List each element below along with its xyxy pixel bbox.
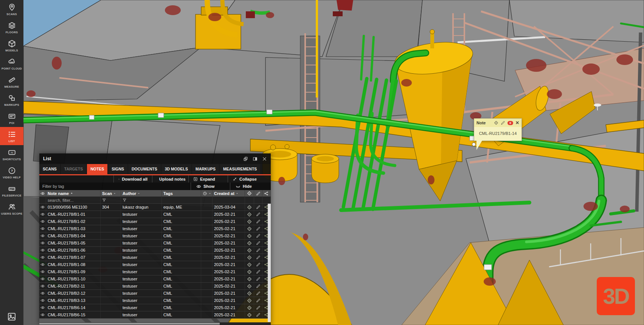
sidebar-item-markups[interactable]: MARKUPS: [0, 91, 23, 109]
locate-target-icon[interactable]: [247, 241, 252, 246]
eye-icon[interactable]: [40, 248, 45, 252]
sidebar-item-users-scope[interactable]: USERS SCOPE: [0, 200, 23, 218]
eye-icon[interactable]: [40, 269, 45, 274]
locate-target-icon[interactable]: [247, 219, 252, 224]
locate-target-icon[interactable]: [247, 262, 252, 267]
eye-icon[interactable]: [40, 226, 45, 231]
edit-pencil-icon[interactable]: [501, 121, 505, 125]
locate-target-icon[interactable]: [247, 226, 252, 231]
hide-button[interactable]: Hide: [230, 183, 271, 190]
table-row[interactable]: CML-RU2178/B1-10 testuser CML 2025-02-21: [39, 275, 271, 283]
scrollbar-thumb[interactable]: [39, 323, 220, 325]
edit-pencil-icon[interactable]: [256, 255, 261, 260]
eye-icon[interactable]: [40, 219, 45, 224]
tab-targets[interactable]: TARGETS: [61, 164, 86, 174]
locate-target-icon[interactable]: [247, 248, 252, 253]
eye-icon[interactable]: [40, 313, 45, 317]
sidebar-item-point-cloud[interactable]: POINT CLOUD: [0, 54, 23, 73]
column-created-at[interactable]: Created at: [213, 190, 245, 197]
table-row[interactable]: CML-RU2178/B1-06 testuser CML 2025-02-21: [39, 247, 271, 254]
sidebar-item-scans[interactable]: SCANS: [0, 0, 23, 18]
table-row[interactable]: 013/000/056 ME1100 304 lukasz dragun equ…: [39, 204, 271, 211]
tag-filter-input[interactable]: [39, 183, 191, 190]
close-icon[interactable]: [262, 156, 267, 161]
edit-pencil-icon[interactable]: [256, 241, 261, 245]
edit-pencil-icon[interactable]: [256, 262, 261, 267]
filter-funnel-icon[interactable]: [123, 198, 127, 202]
sidebar-item-fileservice[interactable]: FILESERVICE: [0, 181, 23, 200]
edit-pencil-icon[interactable]: [256, 205, 261, 209]
download-all-button[interactable]: Download all: [113, 175, 152, 183]
locate-target-icon[interactable]: [247, 313, 252, 317]
table-row[interactable]: CML-RU2178/B1-07 testuser CML 2025-02-21: [39, 254, 271, 261]
eye-icon[interactable]: [40, 234, 45, 238]
table-row[interactable]: CML-RU2178/B6-14 testuser CML 2025-02-21: [39, 304, 271, 311]
eye-icon[interactable]: [40, 205, 45, 209]
eye-icon[interactable]: [40, 284, 45, 288]
tab-markups[interactable]: MARKUPS: [192, 164, 219, 174]
table-row[interactable]: CML-RU2178/B1-01 testuser CML 2025-02-21: [39, 211, 271, 218]
search-input[interactable]: [48, 198, 99, 203]
show-button[interactable]: Show: [191, 183, 230, 190]
table-row[interactable]: CML-RU2178/B1-04 testuser CML 2025-02-21: [39, 232, 271, 240]
locate-target-icon[interactable]: [247, 269, 252, 274]
collapse-button[interactable]: Collapse: [228, 175, 271, 183]
sidebar-item-floors[interactable]: FLOORS: [0, 18, 23, 36]
table-row[interactable]: CML-RU2178/B1-09 testuser CML 2025-02-21: [39, 268, 271, 275]
upload-notes-button[interactable]: Upload notes: [152, 175, 188, 183]
locate-target-icon[interactable]: [247, 205, 252, 210]
vertical-scrollbar[interactable]: [268, 204, 271, 322]
locate-target-icon[interactable]: [247, 212, 252, 217]
column-visibility[interactable]: [39, 190, 46, 197]
edit-pencil-icon[interactable]: [256, 284, 261, 288]
edit-pencil-icon[interactable]: [256, 291, 261, 296]
eye-icon[interactable]: [40, 255, 45, 260]
edit-pencil-icon[interactable]: [256, 298, 261, 303]
eye-icon[interactable]: [40, 212, 45, 217]
edit-pencil-icon[interactable]: [256, 226, 261, 231]
note-attachment-badge[interactable]: 0: [507, 121, 513, 125]
horizontal-scrollbar[interactable]: [39, 322, 271, 325]
edit-pencil-icon[interactable]: [256, 219, 261, 224]
expand-button[interactable]: Expand: [188, 175, 228, 183]
locate-target-icon[interactable]: [494, 121, 498, 125]
panel-title-bar[interactable]: List: [39, 153, 271, 164]
edit-pencil-icon[interactable]: [256, 269, 261, 274]
locate-target-icon[interactable]: [247, 284, 252, 289]
table-row[interactable]: CML-RU2178/B1-02 testuser CML 2025-02-21: [39, 218, 271, 225]
tab-3d-models[interactable]: 3D MODELS: [161, 164, 191, 174]
table-row[interactable]: CML-RU2178/B1-03 testuser CML 2025-02-21: [39, 225, 271, 232]
column-locate[interactable]: [245, 190, 254, 197]
edit-pencil-icon[interactable]: [256, 277, 261, 281]
edit-pencil-icon[interactable]: [256, 234, 261, 238]
locate-target-icon[interactable]: [247, 234, 252, 238]
column-edit[interactable]: [254, 190, 262, 197]
sidebar-item-video-help[interactable]: VIDEO HELP: [0, 163, 23, 181]
eye-icon[interactable]: [40, 262, 45, 267]
tab-documents[interactable]: DOCUMENTS: [128, 164, 161, 174]
column-scan[interactable]: Scan: [101, 190, 121, 197]
column-note-name[interactable]: Note name: [46, 190, 101, 197]
tab-notes[interactable]: NOTES: [87, 164, 107, 174]
table-row[interactable]: CML-RU2178/B6-15 testuser CML 2025-02-21: [39, 311, 271, 319]
sidebar-bottom[interactable]: [0, 312, 23, 321]
locate-target-icon[interactable]: [247, 291, 252, 296]
edit-pencil-icon[interactable]: [256, 305, 261, 310]
tab-measurements[interactable]: MEASUREMENTS: [220, 164, 260, 174]
tab-scans[interactable]: SCANS: [39, 164, 60, 174]
locate-target-icon[interactable]: [247, 255, 252, 260]
table-row[interactable]: CML-RU2178/B1-05 testuser CML 2025-02-21: [39, 240, 271, 247]
table-row[interactable]: CML-RU2178/B1-08 testuser CML 2025-02-21: [39, 261, 271, 268]
sidebar-item-measure[interactable]: MEASURE: [0, 73, 23, 91]
table-row[interactable]: CML-RU2178/B3-13 testuser CML 2025-02-21: [39, 297, 271, 304]
tab-signs[interactable]: SIGNS: [108, 164, 127, 174]
edit-pencil-icon[interactable]: [256, 212, 261, 217]
eye-icon[interactable]: [40, 291, 45, 296]
eye-icon[interactable]: [40, 241, 45, 245]
restore-icon[interactable]: [243, 156, 248, 161]
sidebar-item-shortcuts[interactable]: SHORTCUTS: [0, 145, 23, 163]
table-row[interactable]: CML-RU2178/B2-11 testuser CML 2025-02-21: [39, 283, 271, 290]
locate-target-icon[interactable]: [247, 305, 252, 310]
locate-target-icon[interactable]: [247, 298, 252, 303]
sidebar-item-models[interactable]: MODELS: [0, 36, 23, 54]
